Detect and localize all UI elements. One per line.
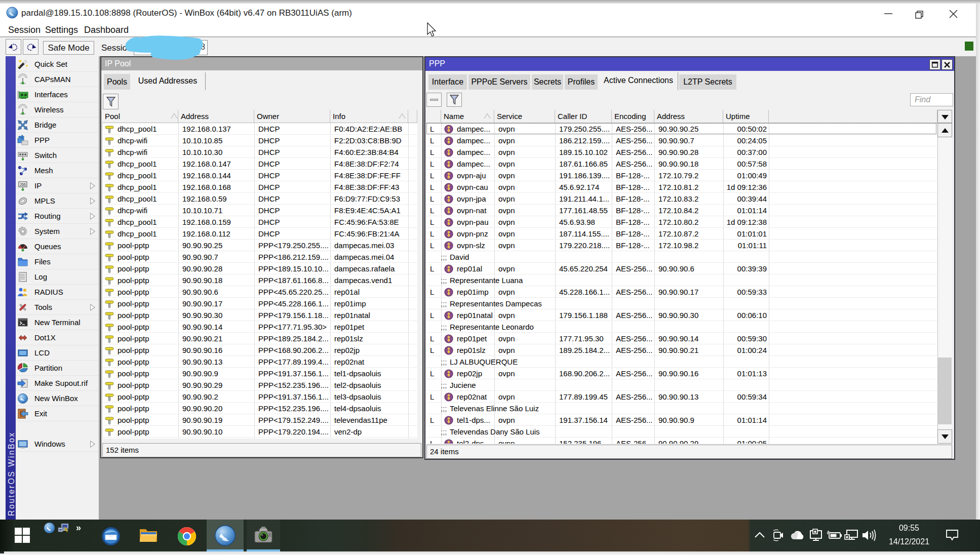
svg-text:255: 255 [20, 183, 26, 186]
